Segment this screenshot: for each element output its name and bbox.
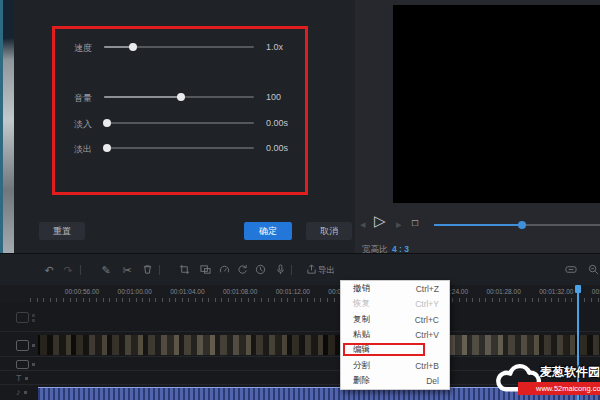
rotate-circle-icon[interactable]: [235, 263, 249, 277]
menu-item-label: 分割: [353, 360, 370, 372]
slider-row: 淡出0.00s: [14, 143, 355, 155]
delete-trash-icon[interactable]: [140, 263, 154, 277]
menu-item-shortcut: Ctrl+Y: [415, 299, 439, 309]
slider-handle[interactable]: [103, 144, 111, 152]
ruler-timestamp: 00:01:08.00: [223, 288, 257, 295]
cancel-button[interactable]: 取消: [306, 222, 352, 240]
ruler-tick-marks: [30, 298, 600, 302]
slider-value: 0.00s: [266, 143, 288, 153]
speed-icon[interactable]: [217, 263, 231, 277]
slider-label: 音量: [74, 92, 114, 105]
previous-frame-icon[interactable]: ◂: [360, 217, 366, 231]
export-label[interactable]: 导出: [318, 265, 335, 277]
menu-item-shortcut: Ctrl+C: [415, 315, 439, 325]
context-menu-item[interactable]: 分割Ctrl+B: [341, 358, 449, 373]
ruler-timestamp: 00:01:28.00: [486, 288, 520, 295]
slider-track[interactable]: [104, 96, 254, 98]
context-menu-item[interactable]: 编辑: [341, 343, 449, 358]
slider-handle[interactable]: [177, 93, 185, 101]
lock-icon[interactable]: [24, 391, 27, 394]
ruler-timestamp: 00:01:32.00: [539, 288, 573, 295]
menu-item-shortcut: Ctrl+Z: [416, 284, 439, 294]
ruler-timestamp: 00:01:36.00: [592, 288, 600, 295]
menu-item-label: 粘贴: [353, 329, 370, 341]
menu-item-label: 编辑: [353, 344, 370, 356]
video-preview: [393, 5, 600, 203]
seek-handle[interactable]: [518, 221, 526, 229]
playhead-grip[interactable]: [575, 285, 581, 293]
crop-icon[interactable]: [177, 263, 191, 277]
pip-track-icon: [16, 360, 29, 369]
text-track-icon: T: [16, 373, 22, 383]
export-share-icon[interactable]: [304, 263, 318, 277]
menu-item-label: 撤销: [353, 283, 370, 295]
slider-handle[interactable]: [103, 119, 111, 127]
slider-row: 速度1.0x: [14, 42, 355, 54]
watermark-title: 麦葱软件园: [540, 364, 600, 381]
site-watermark: 麦葱软件园 www.52maicong.com: [492, 354, 600, 400]
video-track-icon: [16, 340, 29, 351]
eye-icon[interactable]: [32, 314, 35, 317]
timeline-ruler[interactable]: 00:00:56.0000:01:00.0000:01:04.0000:01:0…: [0, 285, 600, 303]
slider-label: 速度: [74, 42, 114, 55]
slider-row: 淡入0.00s: [14, 118, 355, 130]
reset-button[interactable]: 重置: [39, 222, 85, 240]
microphone-icon[interactable]: [273, 263, 287, 277]
menu-item-label: 恢复: [353, 298, 370, 310]
toolbar-divider: [159, 265, 160, 275]
context-menu-item[interactable]: 撤销Ctrl+Z: [341, 281, 449, 296]
track-row-overlay[interactable]: [0, 303, 600, 332]
duration-clock-icon[interactable]: [253, 263, 267, 277]
slider-value: 1.0x: [266, 42, 283, 52]
lock-icon[interactable]: [32, 319, 35, 322]
slider-track[interactable]: [104, 147, 254, 149]
redo-icon[interactable]: ↷: [61, 263, 75, 277]
menu-item-label: 复制: [353, 314, 370, 326]
context-menu: 撤销Ctrl+Z恢复Ctrl+Y复制Ctrl+C粘贴Ctrl+V编辑分割Ctrl…: [340, 280, 450, 390]
preview-seek-slider[interactable]: [434, 224, 600, 226]
ruler-timestamp: 00:00:56.00: [65, 288, 99, 295]
next-frame-icon[interactable]: ▸: [396, 217, 402, 231]
slider-handle[interactable]: [129, 43, 137, 51]
menu-item-label: 删除: [353, 375, 370, 387]
undo-icon[interactable]: ↶: [42, 263, 56, 277]
context-menu-item[interactable]: 恢复Ctrl+Y: [341, 296, 449, 311]
context-menu-item[interactable]: 复制Ctrl+C: [341, 312, 449, 327]
slider-value: 100: [266, 92, 281, 102]
menu-item-shortcut: Ctrl+V: [415, 330, 439, 340]
toolbar-divider: [291, 265, 292, 275]
watermark-url: www.52maicong.com: [536, 384, 600, 393]
video-track-icon: [16, 312, 29, 323]
keyboard-icon[interactable]: [564, 263, 578, 277]
app-window: 速度1.0x音量100淡入0.00s淡出0.00s 重置 确定 取消 ◂ ▷ ▸…: [0, 0, 600, 400]
play-icon[interactable]: ▷: [374, 214, 386, 228]
slider-row: 音量100: [14, 92, 355, 104]
lock-icon[interactable]: [32, 344, 35, 347]
audio-track-icon: ♪: [16, 387, 21, 397]
ruler-timestamp: 00:01:04.00: [170, 288, 204, 295]
clip-edit-dialog: 速度1.0x音量100淡入0.00s淡出0.00s 重置 确定 取消: [14, 0, 355, 253]
video-clip-filmstrip[interactable]: [38, 335, 600, 355]
confirm-button[interactable]: 确定: [244, 222, 292, 240]
pan-zoom-icon[interactable]: [198, 263, 212, 277]
ruler-timestamp: 00:01:00.00: [118, 288, 152, 295]
context-menu-item[interactable]: 粘贴Ctrl+V: [341, 327, 449, 342]
toolbar-divider: [80, 265, 81, 275]
edit-pencil-icon[interactable]: ✎: [99, 263, 113, 277]
zoom-out-icon[interactable]: [586, 263, 600, 277]
timeline-toolbar: ↶ ↷ ✎ ✂ 导出: [14, 255, 600, 285]
menu-item-shortcut: Ctrl+B: [415, 361, 439, 371]
cut-scissors-icon[interactable]: ✂: [120, 263, 134, 277]
lock-icon[interactable]: [32, 363, 35, 366]
slider-value: 0.00s: [266, 118, 288, 128]
stop-icon[interactable]: □: [412, 216, 418, 230]
menu-item-shortcut: Del: [426, 376, 439, 386]
slider-track[interactable]: [104, 46, 254, 48]
lock-icon[interactable]: [25, 377, 28, 380]
context-menu-item[interactable]: 删除Del: [341, 374, 449, 389]
slider-track[interactable]: [104, 122, 254, 124]
watermark-url-strip: www.52maicong.com: [518, 382, 600, 395]
ruler-timestamp: 00:01:12.00: [276, 288, 310, 295]
